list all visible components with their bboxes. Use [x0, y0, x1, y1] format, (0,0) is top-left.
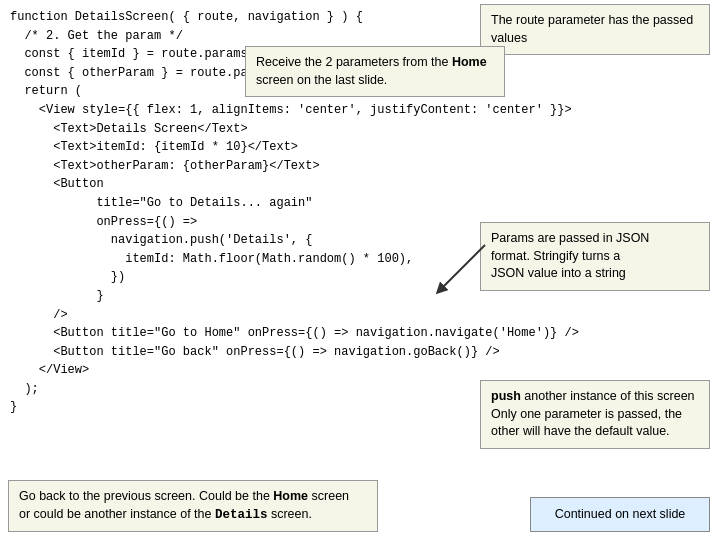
push-bold: push [491, 389, 521, 403]
home-bold: Home [452, 55, 487, 69]
code-line-18: <Button title="Go to Home" onPress={() =… [10, 324, 710, 343]
callout-json-format: Params are passed in JSONformat. Stringi… [480, 222, 710, 291]
callout-go-back: Go back to the previous screen. Could be… [8, 480, 378, 532]
callout-route-param: The route parameter has the passed value… [480, 4, 710, 55]
callout-push-screen: push another instance of this screenOnly… [480, 380, 710, 449]
svg-line-0 [440, 245, 485, 290]
callout-route-param-text: The route parameter has the passed value… [491, 13, 693, 45]
arrow-json [430, 240, 490, 300]
code-line-10: <Button [10, 175, 710, 194]
home-bold-2: Home [273, 489, 308, 503]
code-line-7: <Text>Details Screen</Text> [10, 120, 710, 139]
code-line-11: title="Go to Details... again" [10, 194, 710, 213]
callout-push-text: push another instance of this screenOnly… [491, 389, 695, 438]
code-line-17: /> [10, 306, 710, 325]
callout-json-text: Params are passed in JSONformat. Stringi… [491, 231, 649, 280]
code-line-19: <Button title="Go back" onPress={() => n… [10, 343, 710, 362]
details-bold: Details [215, 508, 268, 522]
callout-bottom-text: Go back to the previous screen. Could be… [19, 489, 349, 521]
callout-continued: Continued on next slide [530, 497, 710, 533]
code-line-9: <Text>otherParam: {otherParam}</Text> [10, 157, 710, 176]
code-line-6: <View style={{ flex: 1, alignItems: 'cen… [10, 101, 710, 120]
code-line-8: <Text>itemId: {itemId * 10}</Text> [10, 138, 710, 157]
callout-continued-text: Continued on next slide [555, 507, 686, 521]
callout-receive-line1: Receive the 2 parameters from the Homesc… [256, 55, 487, 87]
callout-receive-params: Receive the 2 parameters from the Homesc… [245, 46, 505, 97]
code-line-20: </View> [10, 361, 710, 380]
